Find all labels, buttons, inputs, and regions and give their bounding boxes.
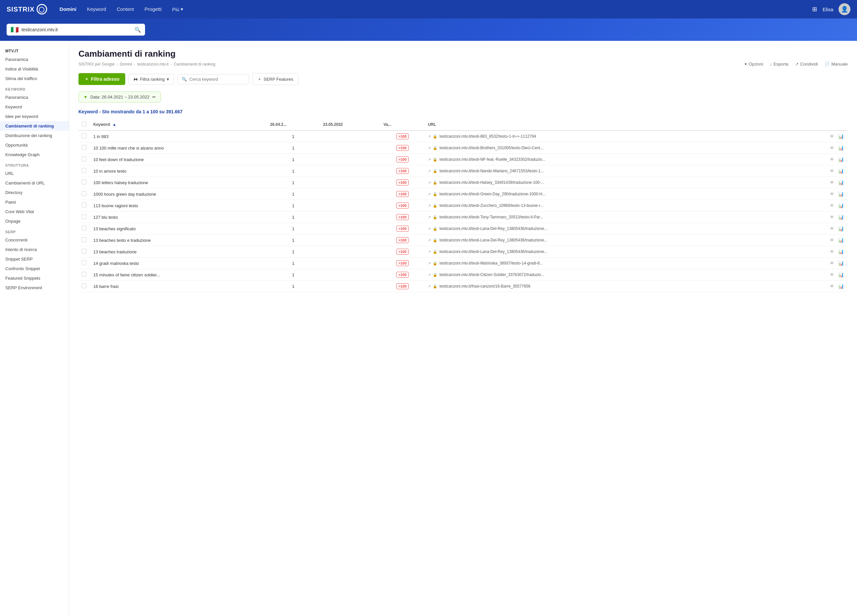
row-url[interactable]: testicanzoni.mtv.it/testi-Zucchero_10969… — [439, 203, 543, 208]
nav-content[interactable]: Content — [112, 4, 139, 15]
view-icon[interactable]: 👁 — [829, 260, 835, 267]
sidebar-item-traffico[interactable]: Stima del traffico — [0, 74, 69, 83]
sidebar-item-url[interactable]: URL — [0, 169, 69, 178]
row-url[interactable]: testicanzoni.mtv.it/testi-Matrioska_3893… — [439, 261, 543, 266]
row-checkbox[interactable] — [82, 214, 87, 219]
sidebar-item-onpage[interactable]: Onpage — [0, 216, 69, 226]
chart-icon[interactable]: 📊 — [838, 202, 845, 209]
serp-features-button[interactable]: ＋ SERP Features — [252, 73, 298, 85]
sidebar-item-idee-keyword[interactable]: Idee per keyword — [0, 112, 69, 121]
sidebar-item-confronto-snippet[interactable]: Confronto Snippet — [0, 264, 69, 273]
row-url[interactable]: testicanzoni.mtv.it/testi-Citizen-Soldie… — [439, 272, 544, 277]
row-checkbox[interactable] — [82, 237, 87, 242]
sidebar-item-opportunita[interactable]: Opportunità — [0, 140, 69, 150]
row-checkbox[interactable] — [82, 133, 87, 138]
external-link-icon[interactable]: ↗ — [428, 169, 431, 173]
edit-icon[interactable]: ✏ — [152, 94, 156, 99]
row-checkbox[interactable] — [82, 168, 87, 173]
external-link-icon[interactable]: ↗ — [428, 284, 431, 289]
action-opzioni[interactable]: ▾ Opzioni — [745, 62, 763, 66]
avatar[interactable]: 👤 — [838, 3, 851, 15]
sidebar-item-core-web-vital[interactable]: Core Web Vital — [0, 207, 69, 216]
nav-domini[interactable]: Domini — [55, 4, 81, 15]
external-link-icon[interactable]: ↗ — [428, 204, 431, 208]
row-url[interactable]: testicanzoni.mtv.it/testi-Brothers_33100… — [439, 146, 543, 150]
chart-icon[interactable]: 📊 — [838, 283, 845, 290]
view-icon[interactable]: 👁 — [829, 225, 835, 232]
search-button[interactable]: 🔍 — [135, 27, 141, 33]
logo[interactable]: SISTRIX ◯ — [6, 4, 47, 14]
nav-progetti[interactable]: Progetti — [140, 4, 167, 15]
view-icon[interactable]: 👁 — [829, 133, 835, 140]
breadcrumb-domain[interactable]: testicanzoni.mtv.it — [138, 62, 169, 66]
chart-icon[interactable]: 📊 — [838, 191, 845, 197]
col-keyword[interactable]: Keyword ▲ — [90, 119, 267, 130]
row-checkbox[interactable] — [82, 249, 87, 254]
row-url[interactable]: testicanzoni.mtv.it/testi-Halsey_3349143… — [439, 180, 544, 185]
row-url[interactable]: testicanzoni.mtv.it/testi-Lana-Del-Rey_1… — [439, 249, 547, 254]
external-link-icon[interactable]: ↗ — [428, 273, 431, 277]
breadcrumb-sistrix[interactable]: SISTRIX per Google — [79, 62, 114, 66]
external-link-icon[interactable]: ↗ — [428, 227, 431, 231]
external-link-icon[interactable]: ↗ — [428, 250, 431, 254]
chart-icon[interactable]: 📊 — [838, 179, 845, 186]
view-icon[interactable]: 👁 — [829, 214, 835, 220]
row-url[interactable]: testicanzoni.mtv.it/testi-Tony-Tammaro_2… — [439, 215, 543, 219]
external-link-icon[interactable]: ↗ — [428, 146, 431, 150]
header-checkbox[interactable] — [82, 122, 87, 127]
row-checkbox[interactable] — [82, 145, 87, 150]
chart-icon[interactable]: 📊 — [838, 272, 845, 278]
sidebar-item-paesi[interactable]: Paesi — [0, 197, 69, 207]
chart-icon[interactable]: 📊 — [838, 214, 845, 220]
chart-icon[interactable]: 📊 — [838, 260, 845, 267]
row-url[interactable]: testicanzoni.mtv.it/testi-Lana-Del-Rey_1… — [439, 226, 547, 231]
external-link-icon[interactable]: ↗ — [428, 181, 431, 185]
row-url[interactable]: testicanzoni.mtv.it/testi-Nando-Mariano_… — [439, 169, 544, 173]
action-condividi[interactable]: ↗ Condividi — [795, 62, 818, 66]
row-url[interactable]: testicanzoni.mtv.it/testi-Green-Day_290/… — [439, 192, 546, 196]
chart-icon[interactable]: 📊 — [838, 225, 845, 232]
row-checkbox[interactable] — [82, 191, 87, 196]
chart-icon[interactable]: 📊 — [838, 237, 845, 244]
action-manuale[interactable]: 📄 Manuale — [825, 62, 848, 66]
view-icon[interactable]: 👁 — [829, 168, 835, 174]
grid-icon[interactable]: ⊞ — [812, 6, 817, 13]
keyword-search-input[interactable] — [190, 77, 245, 82]
chart-icon[interactable]: 📊 — [838, 156, 845, 163]
view-icon[interactable]: 👁 — [829, 272, 835, 278]
sidebar-item-visibilita[interactable]: Indice di Visibilità — [0, 64, 69, 74]
sidebar-item-directory[interactable]: Directory — [0, 188, 69, 197]
external-link-icon[interactable]: ↗ — [428, 238, 431, 242]
row-checkbox[interactable] — [82, 260, 87, 265]
sidebar-item-knowledge-graph[interactable]: Knowledge Graph — [0, 150, 69, 159]
external-link-icon[interactable]: ↗ — [428, 215, 431, 219]
sidebar-item-snippet-serp[interactable]: Snippet SERP — [0, 254, 69, 264]
external-link-icon[interactable]: ↗ — [428, 134, 431, 139]
view-icon[interactable]: 👁 — [829, 237, 835, 244]
row-url[interactable]: testicanzoni.mtv.it/testi-Lana-Del-Rey_1… — [439, 238, 547, 242]
action-esporta[interactable]: ↓ Esporta — [770, 62, 788, 66]
chart-icon[interactable]: 📊 — [838, 133, 845, 140]
sidebar-item-distribuzione[interactable]: Distribuzione dei ranking — [0, 131, 69, 140]
sidebar-item-panoramica-kw[interactable]: Panoramica — [0, 93, 69, 102]
nav-piu[interactable]: Più ▾ — [167, 4, 188, 15]
view-icon[interactable]: 👁 — [829, 202, 835, 209]
view-icon[interactable]: 👁 — [829, 283, 835, 290]
row-url[interactable]: testicanzoni.mtv.it/testi-883_8532/testo… — [439, 134, 536, 139]
sidebar-item-cambiamenti-ranking[interactable]: Cambiamenti di ranking — [0, 121, 69, 131]
sidebar-item-intento[interactable]: Intento di ricerca — [0, 245, 69, 254]
row-checkbox[interactable] — [82, 283, 87, 288]
filter-ranking-button[interactable]: ⧓ Filtra ranking ▾ — [128, 74, 174, 85]
external-link-icon[interactable]: ↗ — [428, 192, 431, 196]
sidebar-item-serp-environment[interactable]: SERP Environment — [0, 283, 69, 293]
sidebar-item-cambiamenti-url[interactable]: Cambiamenti di URL — [0, 178, 69, 188]
chart-icon[interactable]: 📊 — [838, 168, 845, 174]
view-icon[interactable]: 👁 — [829, 249, 835, 255]
external-link-icon[interactable]: ↗ — [428, 157, 431, 162]
external-link-icon[interactable]: ↗ — [428, 261, 431, 266]
view-icon[interactable]: 👁 — [829, 156, 835, 163]
chart-icon[interactable]: 📊 — [838, 145, 845, 151]
row-url[interactable]: testicanzoni.mtv.it/frasi-canzoni/16-Bar… — [439, 284, 531, 289]
chart-icon[interactable]: 📊 — [838, 249, 845, 255]
view-icon[interactable]: 👁 — [829, 179, 835, 186]
